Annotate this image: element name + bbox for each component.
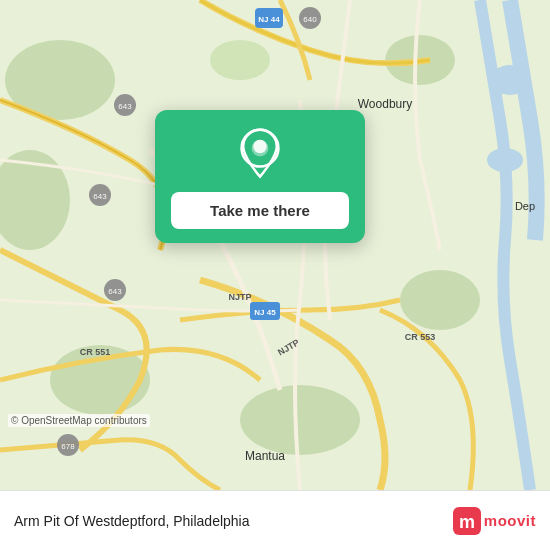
popup-card: Take me there	[155, 110, 365, 243]
svg-text:NJ 45: NJ 45	[254, 308, 276, 317]
svg-text:Dep: Dep	[515, 200, 535, 212]
svg-point-6	[400, 270, 480, 330]
svg-text:643: 643	[93, 192, 107, 201]
moovit-text: moovit	[484, 512, 536, 529]
moovit-logo: m moovit	[453, 507, 536, 535]
svg-text:Woodbury: Woodbury	[358, 97, 412, 111]
svg-point-9	[210, 40, 270, 80]
osm-credit: © OpenStreetMap contributors	[8, 414, 150, 427]
svg-text:640: 640	[303, 15, 317, 24]
svg-point-2	[487, 148, 523, 172]
map-container[interactable]: NJ 44 643 643 643 640 CR 551 NJ 45 CR 55…	[0, 0, 550, 490]
location-title: Arm Pit Of Westdeptford, Philadelphia	[14, 513, 447, 529]
svg-text:NJ 44: NJ 44	[258, 15, 280, 24]
moovit-icon: m	[453, 507, 481, 535]
location-pin-icon	[234, 128, 286, 180]
svg-text:NJTP: NJTP	[228, 292, 251, 302]
svg-point-1	[490, 65, 530, 95]
svg-text:Mantua: Mantua	[245, 449, 285, 463]
svg-text:CR 551: CR 551	[80, 347, 111, 357]
svg-text:643: 643	[118, 102, 132, 111]
svg-text:m: m	[459, 512, 475, 532]
take-me-there-button[interactable]: Take me there	[171, 192, 349, 229]
svg-text:CR 553: CR 553	[405, 332, 436, 342]
svg-point-7	[240, 385, 360, 455]
bottom-bar: Arm Pit Of Westdeptford, Philadelphia m …	[0, 490, 550, 550]
svg-text:678: 678	[61, 442, 75, 451]
svg-text:643: 643	[108, 287, 122, 296]
svg-point-33	[253, 140, 266, 153]
